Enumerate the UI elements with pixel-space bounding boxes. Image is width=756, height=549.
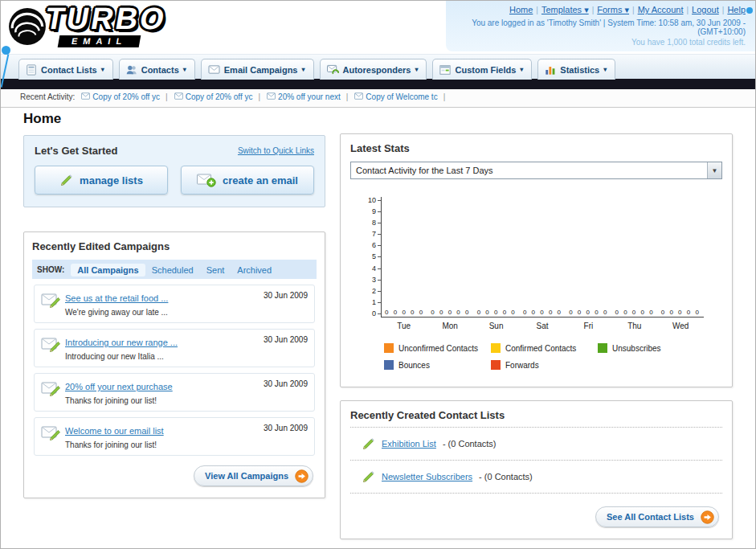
nav-tab-label: Contact Lists (41, 65, 97, 75)
contact-list-items: Exhibition List- (0 Contacts)Newsletter … (350, 433, 722, 494)
session-info-area: Home|Templates ▾|Forms ▾|My Account|Logo… (446, 1, 755, 51)
campaign-row-texts: Welcome to our email listThanks for join… (65, 423, 264, 449)
top-link-my-account[interactable]: My Account (638, 5, 684, 14)
campaigns-tab-all-campaigns[interactable]: All Campaigns (71, 264, 145, 277)
campaign-title-link[interactable]: See us at the retail food ... (65, 293, 168, 303)
top-link-home[interactable]: Home (509, 5, 533, 14)
campaign-subtitle: Thanks for joining our list! (65, 440, 264, 449)
campaign-date: 30 Jun 2009 (264, 290, 308, 300)
legend-label: Confirmed Contacts (505, 344, 576, 353)
nav-tab-label: Email Campaigns (224, 65, 298, 75)
x-tick-label: Tue (381, 318, 427, 330)
chart-value-labels: 0 0 0 0 0 (611, 309, 657, 316)
y-tick-label: 2 (372, 288, 381, 295)
legend-label: Bounces (398, 361, 430, 370)
nav-tab-label: Autoresponders (343, 65, 411, 75)
link-separator: | (687, 6, 689, 14)
create-an-email-button[interactable]: create an email (181, 166, 314, 195)
x-tick-label: Mon (427, 318, 472, 330)
latest-stats-panel: Latest Stats Contact Activity for the La… (340, 133, 733, 387)
recent-campaigns-panel: Recently Edited Campaigns SHOW: All Camp… (23, 231, 325, 498)
dotted-divider (350, 427, 722, 428)
campaigns-panel-title: Recently Edited Campaigns (32, 240, 317, 252)
nav-tab-contacts[interactable]: Contacts▾ (119, 59, 195, 80)
create-an-email-label: create an email (223, 174, 298, 186)
campaigns-tab-sent[interactable]: Sent (200, 264, 231, 277)
y-tick-label: 5 (372, 253, 381, 260)
logo-subtitle: EMAIL (58, 35, 141, 47)
contact-list-link-exhibition-list[interactable]: Exhibition List (382, 439, 436, 449)
activity-separator: | (443, 92, 446, 101)
recent-activity-item[interactable]: Copy of 20% off yc (174, 92, 253, 101)
chart-value-labels: 0 0 0 0 0 (658, 309, 704, 316)
nav-tab-autoresponders[interactable]: Autoresponders▾ (320, 59, 427, 80)
recent-activity-item[interactable]: Copy of Welcome tc (354, 92, 437, 101)
nav-tab-email-campaigns[interactable]: Email Campaigns▾ (201, 59, 314, 80)
chevron-down-icon: ▾ (101, 66, 104, 73)
y-tick-label: 10 (368, 197, 381, 204)
legend-item-unsubscribes: Unsubscribes (598, 343, 705, 353)
chart-category-group: 0 0 0 0 0 (520, 197, 566, 317)
chart-category-group: 0 0 0 0 0 (611, 197, 657, 317)
chevron-down-icon: ▾ (183, 66, 186, 73)
campaign-title-link[interactable]: Welcome to our email list (65, 426, 164, 436)
chart-value-labels: 0 0 0 0 0 (474, 309, 520, 316)
campaign-date: 30 Jun 2009 (264, 379, 308, 388)
campaign-title-link[interactable]: Introducing our new range ... (65, 338, 178, 347)
top-link-logout[interactable]: Logout (692, 5, 719, 14)
recent-activity-item[interactable]: Copy of 20% off yc (81, 92, 160, 101)
top-link-templates[interactable]: Templates ▾ (541, 5, 589, 14)
legend-swatch (384, 343, 394, 353)
email-pencil-icon (41, 335, 62, 353)
top-nav-links: Home|Templates ▾|Forms ▾|My Account|Logo… (456, 5, 746, 15)
chevron-down-icon: ▼ (707, 162, 721, 178)
legend-swatch (491, 343, 501, 353)
y-tick-label: 7 (372, 231, 381, 238)
email-campaigns-icon (208, 64, 220, 75)
top-link-help[interactable]: Help (727, 5, 746, 14)
campaign-row-icon-wrap (41, 379, 65, 400)
contact-list-count: - (0 Contacts) (479, 472, 533, 481)
link-separator: | (722, 6, 725, 14)
switch-quick-links-link[interactable]: Switch to Quick Links (238, 146, 314, 155)
nav-tab-contact-lists[interactable]: Contact Lists▾ (18, 59, 113, 80)
recent-contact-lists-panel: Recently Created Contact Lists Exhibitio… (340, 400, 733, 539)
see-all-contact-lists-button[interactable]: See All Contact Lists (595, 506, 719, 527)
nav-tab-statistics[interactable]: Statistics▾ (537, 59, 615, 80)
legend-item-bounces: Bounces (384, 360, 491, 370)
get-started-title: Let's Get Started (35, 145, 118, 157)
nav-tab-label: Custom Fields (455, 65, 516, 75)
campaign-row: 20% off your next purchaseThanks for joi… (34, 373, 315, 412)
campaigns-tab-archived[interactable]: Archived (231, 264, 278, 277)
x-tick-label: Thu (611, 318, 657, 330)
stats-filter-select[interactable]: Contact Activity for the Last 7 Days ▼ (350, 162, 722, 179)
email-icon (267, 92, 278, 100)
recent-activity-item[interactable]: 20% off your next (267, 92, 341, 101)
top-link-forms[interactable]: Forms ▾ (597, 5, 629, 14)
nav-divider-bar (1, 79, 755, 89)
login-info: You are logged in as 'Timothy Smith' | S… (456, 18, 746, 36)
blue-dot-decoration (2, 46, 10, 55)
campaigns-filter-band: SHOW: All CampaignsScheduledSentArchived (32, 260, 317, 279)
stats-filter-value: Contact Activity for the Last 7 Days (356, 166, 493, 175)
recent-activity-item-label: 20% off your next (278, 92, 341, 101)
campaign-row-icon-wrap (41, 290, 65, 312)
arrow-circle-icon (701, 510, 714, 524)
campaign-title-link[interactable]: 20% off your next purchase (65, 382, 173, 391)
manage-lists-button[interactable]: manage lists (35, 166, 168, 195)
contact-list-link-newsletter-subscribers[interactable]: Newsletter Subscribers (382, 472, 472, 481)
app-window: TURBO EMAIL Home|Templates ▾|Forms ▾|My … (0, 0, 756, 549)
chart-category-group: 0 0 0 0 0 (658, 197, 704, 317)
view-all-campaigns-button[interactable]: View All Campaigns (194, 465, 313, 486)
link-separator: | (592, 6, 595, 14)
chevron-down-icon: ▾ (415, 66, 418, 73)
nav-tab-custom-fields[interactable]: Custom Fields▾ (432, 59, 532, 80)
campaigns-tab-scheduled[interactable]: Scheduled (145, 264, 200, 277)
chart-value-labels: 0 0 0 0 0 (382, 309, 427, 316)
recent-activity-label: Recent Activity: (20, 92, 75, 101)
chevron-down-icon: ▾ (301, 66, 304, 73)
legend-swatch (384, 360, 394, 370)
chart-category-group: 0 0 0 0 0 (566, 197, 611, 317)
chart-category-group: 0 0 0 0 0 (474, 197, 520, 317)
page-title: Home (23, 111, 61, 127)
